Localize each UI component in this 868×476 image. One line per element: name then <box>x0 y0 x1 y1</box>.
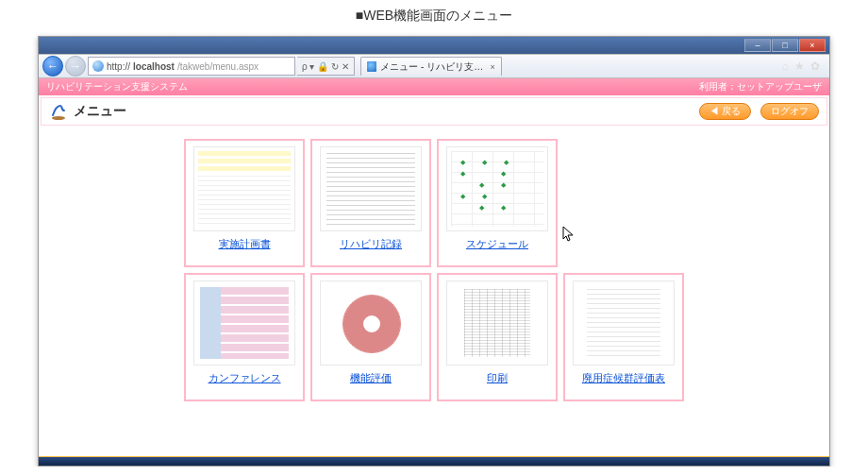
taskbar-strip <box>39 456 829 466</box>
menu-card[interactable]: 廃用症候群評価表 <box>563 273 684 401</box>
menu-link[interactable]: 機能評価 <box>350 371 392 385</box>
settings-icon[interactable]: ✿ <box>810 60 820 73</box>
menu-card[interactable]: リハビリ記録 <box>310 139 431 267</box>
system-name: リハビリテーション支援システム <box>46 80 188 94</box>
menu-link[interactable]: カンファレンス <box>209 371 281 385</box>
app-logo-icon <box>49 102 68 121</box>
menu-thumbnail <box>446 146 548 231</box>
url-scheme: http:// <box>107 61 130 72</box>
menu-link[interactable]: 実施計画書 <box>219 237 271 251</box>
page-title: メニュー <box>74 103 690 120</box>
logoff-button[interactable]: ログオフ <box>760 103 819 120</box>
current-user-label: 利用者：セットアップユーザ <box>699 80 822 94</box>
address-bar-tools[interactable]: ρ ▾ 🔒 ↻ ✕ <box>297 57 355 76</box>
menu-card-empty <box>563 139 684 267</box>
browser-window: – □ × ← → http:// localhost /takweb/menu… <box>38 36 830 467</box>
back-button[interactable]: ◀ 戻る <box>699 103 751 120</box>
page-heading: ■WEB機能画面のメニュー <box>0 0 868 28</box>
menu-card[interactable]: 印刷 <box>437 273 558 401</box>
menu-thumbnail <box>320 280 422 366</box>
home-icon[interactable]: ⌂ <box>782 60 789 73</box>
window-titlebar: – □ × <box>39 37 829 54</box>
menu-thumbnail <box>446 280 548 366</box>
tab-close-button[interactable]: × <box>491 62 495 72</box>
menu-link[interactable]: スケジュール <box>466 237 528 251</box>
url-host: localhost <box>133 61 175 72</box>
address-bar[interactable]: http:// localhost /takweb/menu.aspx <box>88 57 295 76</box>
menu-link[interactable]: 廃用症候群評価表 <box>582 371 665 385</box>
menu-card[interactable]: スケジュール <box>437 139 558 267</box>
menu-thumbnail <box>193 146 295 231</box>
menu-grid: 実施計画書リハビリ記録スケジュールカンファレンス機能評価印刷廃用症候群評価表 <box>39 133 829 407</box>
window-minimize-button[interactable]: – <box>744 39 771 52</box>
menu-link[interactable]: 印刷 <box>487 371 508 385</box>
menu-card[interactable]: 機能評価 <box>310 273 431 401</box>
tab-title: メニュー - リハビリ支援... <box>380 60 486 74</box>
url-path: /takweb/menu.aspx <box>177 61 259 72</box>
window-close-button[interactable]: × <box>799 39 826 52</box>
tab-favicon-icon <box>367 61 377 72</box>
menu-thumbnail <box>573 280 675 366</box>
page-title-row: メニュー ◀ 戻る ログオフ <box>41 97 827 126</box>
browser-right-tools: ⌂ ★ ✿ <box>782 60 826 73</box>
page-content: リハビリテーション支援システム 利用者：セットアップユーザ メニュー ◀ 戻る … <box>39 78 829 456</box>
favorites-icon[interactable]: ★ <box>794 60 805 73</box>
browser-toolbar: ← → http:// localhost /takweb/menu.aspx … <box>39 54 829 78</box>
menu-card[interactable]: カンファレンス <box>184 273 305 401</box>
svg-point-0 <box>52 116 65 120</box>
window-maximize-button[interactable]: □ <box>772 39 798 52</box>
menu-link[interactable]: リハビリ記録 <box>340 237 402 251</box>
globe-icon <box>92 60 104 72</box>
menu-thumbnail <box>320 146 422 231</box>
menu-thumbnail <box>193 280 295 366</box>
nav-back-button[interactable]: ← <box>42 56 63 76</box>
nav-forward-button[interactable]: → <box>65 56 86 76</box>
menu-card[interactable]: 実施計画書 <box>184 139 305 267</box>
system-header-bar: リハビリテーション支援システム 利用者：セットアップユーザ <box>39 78 829 95</box>
browser-tab[interactable]: メニュー - リハビリ支援... × <box>360 57 502 76</box>
